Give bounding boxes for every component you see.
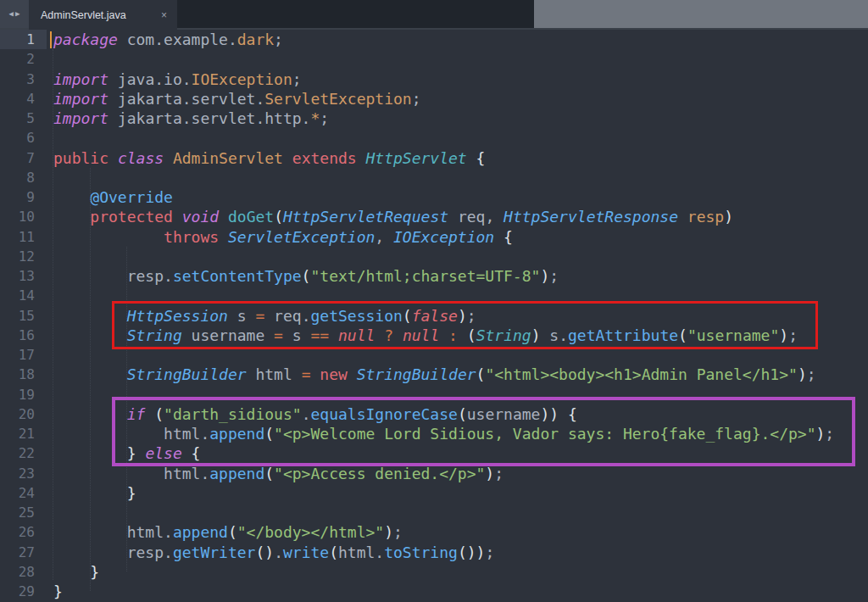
token-str: "text/html;charset=UTF-8": [310, 267, 540, 285]
token-br: ): [384, 523, 393, 541]
code-text: }: [53, 582, 63, 601]
code-line: 26 html.append("</body></html>");: [0, 522, 868, 542]
token-def: [678, 208, 687, 226]
token-def: ;: [485, 543, 494, 561]
line-number[interactable]: 8: [0, 168, 47, 187]
token-def: resp.: [53, 267, 173, 285]
code-line: 7public class AdminServlet extends HttpS…: [0, 148, 868, 168]
token-br: ): [476, 543, 486, 561]
token-kw: import: [53, 109, 108, 127]
line-number[interactable]: 25: [0, 503, 47, 522]
line-number[interactable]: 19: [0, 385, 47, 404]
token-def: ;: [549, 267, 559, 285]
line-number[interactable]: 5: [0, 109, 47, 128]
line-number[interactable]: 7: [0, 148, 47, 168]
tab-scroll-left-icon[interactable]: ◀: [9, 10, 14, 18]
token-def: ;: [807, 365, 816, 383]
line-number[interactable]: 26: [0, 522, 47, 542]
token-def: [467, 149, 476, 167]
token-br: (: [302, 267, 311, 285]
token-kw: class: [118, 149, 164, 167]
token-def: [348, 365, 357, 383]
line-number[interactable]: 15: [0, 306, 47, 326]
code-line: 25: [0, 503, 868, 522]
code-text: }: [53, 483, 136, 503]
line-number[interactable]: 14: [0, 286, 47, 305]
line-number[interactable]: 27: [0, 543, 47, 562]
code-text: import java.io.IOException;: [53, 70, 302, 89]
line-number[interactable]: 24: [0, 483, 47, 503]
code-line: 18 StringBuilder html = new StringBuilde…: [0, 365, 868, 384]
tab-bar-empty-area: [534, 0, 868, 28]
line-number[interactable]: 13: [0, 266, 47, 286]
tab-scroll-right-icon[interactable]: ▶: [15, 10, 19, 18]
line-number[interactable]: 28: [0, 562, 47, 582]
token-kw: import: [53, 70, 108, 88]
line-number[interactable]: 11: [0, 227, 47, 247]
red-highlight-box: [112, 301, 818, 349]
token-def: ;: [320, 109, 329, 127]
text-caret: [50, 31, 52, 48]
line-number[interactable]: 17: [0, 345, 47, 365]
token-def: req,: [448, 208, 504, 226]
token-def: [53, 208, 90, 226]
token-type: StringBuilder: [357, 365, 476, 383]
line-number[interactable]: 6: [0, 128, 47, 148]
token-def: jakarta.servlet.: [108, 90, 264, 108]
token-def: resp.: [53, 543, 173, 561]
code-text: resp.getWriter().write(html.toString());: [53, 543, 494, 562]
token-fn: setContentType: [173, 267, 302, 285]
token-br: ): [540, 267, 549, 285]
token-orange: ServletException: [264, 90, 411, 108]
token-br: (: [264, 465, 274, 482]
token-def: ;: [393, 523, 403, 541]
code-text: }: [53, 562, 99, 582]
token-fn: @Override: [90, 188, 173, 206]
token-def: [164, 149, 173, 167]
line-number[interactable]: 9: [0, 187, 47, 207]
code-text: import jakarta.servlet.ServletException;: [53, 89, 421, 109]
token-br: ): [798, 365, 807, 383]
token-mod: extends: [292, 149, 357, 167]
code-line: 24 }: [0, 483, 868, 503]
tab-close-icon[interactable]: ×: [161, 9, 177, 21]
code-text: html.append("</body></html>");: [53, 522, 403, 542]
line-number[interactable]: 22: [0, 443, 47, 463]
code-line: 29}: [0, 582, 868, 601]
line-number[interactable]: 29: [0, 582, 47, 601]
token-def: [173, 208, 182, 226]
token-def: java.io.: [108, 70, 192, 88]
indent-guide: [90, 168, 91, 591]
token-br: (: [228, 523, 237, 541]
line-number[interactable]: 3: [0, 70, 47, 89]
tab-adminservlet-java[interactable]: AdminServlet.java ×: [29, 0, 177, 30]
line-number[interactable]: 18: [0, 365, 47, 384]
token-br: }: [127, 484, 136, 502]
code-text: throws ServletException, IOException {: [53, 227, 513, 247]
line-number[interactable]: 21: [0, 424, 47, 443]
code-text: resp.setContentType("text/html;charset=U…: [53, 266, 559, 286]
line-number[interactable]: 2: [0, 49, 47, 69]
token-def: ;: [412, 90, 421, 108]
token-def: jakarta.servlet.http.: [108, 109, 310, 127]
line-number[interactable]: 10: [0, 207, 47, 226]
line-number[interactable]: 23: [0, 464, 47, 483]
token-ttype: HttpServlet: [366, 149, 467, 167]
line-number[interactable]: 4: [0, 89, 47, 109]
line-number[interactable]: 20: [0, 404, 47, 424]
token-br: {: [504, 228, 513, 246]
line-number[interactable]: 16: [0, 326, 47, 345]
code-line: 1package com.example.dark;: [0, 30, 868, 49]
code-line: 4import jakarta.servlet.ServletException…: [0, 89, 868, 109]
line-number[interactable]: 12: [0, 247, 47, 266]
token-meth: doGet: [228, 208, 274, 226]
code-line: 3import java.io.IOException;: [0, 70, 868, 89]
token-br: (): [255, 543, 274, 561]
token-op: =: [302, 365, 311, 383]
token-mod: new: [320, 365, 348, 383]
token-mod: protected: [90, 208, 173, 226]
code-line: 10 protected void doGet(HttpServletReque…: [0, 207, 868, 226]
line-number[interactable]: 1: [0, 30, 47, 49]
token-def: ,: [375, 228, 393, 246]
token-br: ): [485, 465, 494, 482]
